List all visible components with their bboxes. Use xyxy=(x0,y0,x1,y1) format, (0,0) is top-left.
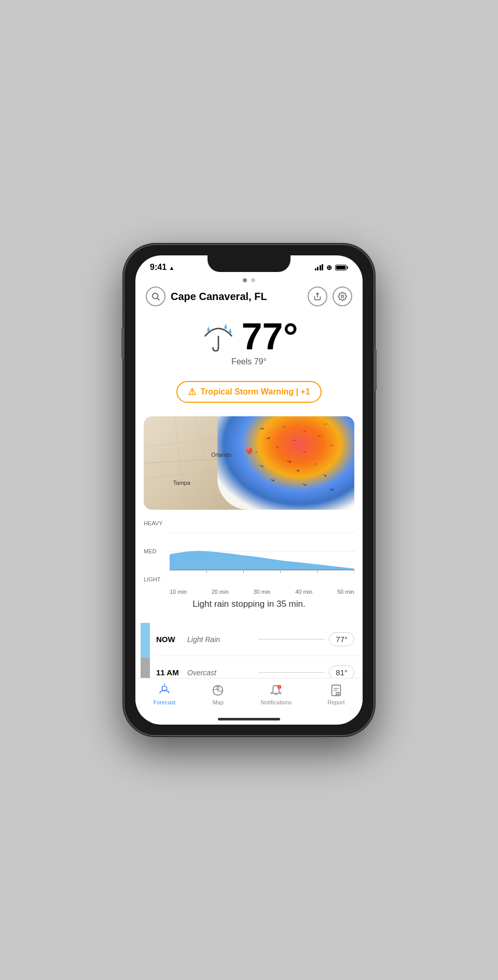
chart-y-labels: HEAVY MED LIGHT xyxy=(144,520,170,582)
table-row: NOW Light Rain 77° xyxy=(154,623,363,656)
map-background: ↗ → → → ↗ → → → → → ↘ → ↘ ↘ ↘ xyxy=(144,416,354,510)
search-button[interactable] xyxy=(146,287,165,306)
nav-item-forecast[interactable]: Forecast xyxy=(154,684,176,705)
weather-icon-temp: 77° xyxy=(200,318,298,355)
status-time: 9:41 ▲ xyxy=(150,263,174,272)
page-dot-1 xyxy=(243,278,247,282)
phone-screen: 9:41 ▲ ⊕ xyxy=(135,255,363,725)
hourly-line xyxy=(258,672,325,673)
forecast-label: Forecast xyxy=(154,699,176,705)
y-label-light: LIGHT xyxy=(144,576,170,582)
chart-x-labels: 10 min 20 min 30 min 40 min 50 min xyxy=(144,587,354,595)
y-label-med: MED xyxy=(144,548,170,554)
weather-main: 77° Feels 79° xyxy=(135,312,363,375)
report-label: Report xyxy=(327,699,344,705)
rain-chart-svg xyxy=(170,520,354,582)
svg-line-1 xyxy=(157,298,159,300)
hourly-time: 11 AM xyxy=(156,668,183,677)
temperature-display: 77° xyxy=(242,318,298,355)
temp-value: 77° xyxy=(242,318,298,355)
svg-line-8 xyxy=(196,416,216,510)
svg-point-0 xyxy=(153,293,158,299)
notifications-label: Notifications xyxy=(260,699,292,705)
weather-map[interactable]: ↗ → → → ↗ → → → → → ↘ → ↘ ↘ ↘ xyxy=(144,416,354,510)
hourly-color-bar xyxy=(141,623,150,678)
x-label-20: 20 min xyxy=(212,589,229,595)
forecast-icon xyxy=(158,684,171,697)
header-right xyxy=(308,287,352,306)
x-label-40: 40 min xyxy=(295,589,312,595)
scroll-content[interactable]: Cape Canaveral, FL xyxy=(135,274,363,678)
nav-item-map[interactable]: Map xyxy=(211,684,225,705)
page-indicators xyxy=(135,274,363,284)
x-label-10: 10 min xyxy=(170,589,187,595)
rain-chart: HEAVY MED LIGHT xyxy=(144,520,354,582)
y-label-heavy: HEAVY xyxy=(144,520,170,526)
report-icon xyxy=(329,684,343,697)
phone-frame: 9:41 ▲ ⊕ xyxy=(125,245,374,735)
nav-item-notifications[interactable]: ! Notifications xyxy=(260,684,292,705)
x-label-50: 50 min xyxy=(337,589,354,595)
share-button[interactable] xyxy=(308,287,327,306)
table-row: 11 AM Overcast 81° xyxy=(154,656,363,678)
hourly-temp: 81° xyxy=(329,665,354,678)
rain-chart-section: HEAVY MED LIGHT xyxy=(135,510,363,623)
location-title: Cape Canaveral, FL xyxy=(171,291,267,303)
status-icons: ⊕ xyxy=(315,264,349,271)
umbrella-icon xyxy=(200,318,237,355)
notch xyxy=(208,255,290,272)
radar-overlay xyxy=(217,416,354,510)
home-indicator xyxy=(218,718,280,720)
hourly-temp: 77° xyxy=(329,632,354,646)
warning-icon: ⚠ xyxy=(188,386,196,398)
chart-area xyxy=(170,520,354,582)
feels-like: Feels 79° xyxy=(231,357,267,366)
nav-item-report[interactable]: Report xyxy=(327,684,344,705)
warning-text: Tropical Storm Warning | +1 xyxy=(200,387,310,397)
location-pin: 📍 xyxy=(242,447,256,461)
signal-icon xyxy=(315,264,324,270)
hourly-condition: Overcast xyxy=(187,669,254,677)
hourly-time: NOW xyxy=(156,635,183,644)
warning-badge[interactable]: ⚠ Tropical Storm Warning | +1 xyxy=(176,381,321,403)
map-nav-icon xyxy=(211,684,225,697)
battery-icon xyxy=(335,265,348,270)
header-left: Cape Canaveral, FL xyxy=(146,287,267,306)
hourly-section: NOW Light Rain 77° 11 AM Overcast 81° xyxy=(135,623,363,678)
tampa-label: Tampa xyxy=(173,480,190,486)
hourly-rows: NOW Light Rain 77° 11 AM Overcast 81° xyxy=(154,623,363,678)
hourly-condition: Light Rain xyxy=(187,635,254,644)
page-dot-2 xyxy=(251,278,255,282)
settings-button[interactable] xyxy=(333,287,352,306)
bottom-nav: Forecast Map ! Notifications xyxy=(135,678,363,718)
x-label-30: 30 min xyxy=(253,589,270,595)
svg-line-9 xyxy=(144,437,222,447)
svg-point-3 xyxy=(341,295,344,298)
orlando-label: Orlando xyxy=(211,452,231,458)
wifi-icon: ⊕ xyxy=(326,264,332,271)
app-header: Cape Canaveral, FL xyxy=(135,284,363,312)
notifications-icon: ! xyxy=(269,684,283,697)
rain-summary: Light rain stopping in 35 min. xyxy=(144,595,354,618)
svg-line-6 xyxy=(175,416,185,510)
map-label: Map xyxy=(213,699,224,705)
hourly-line xyxy=(258,639,325,639)
